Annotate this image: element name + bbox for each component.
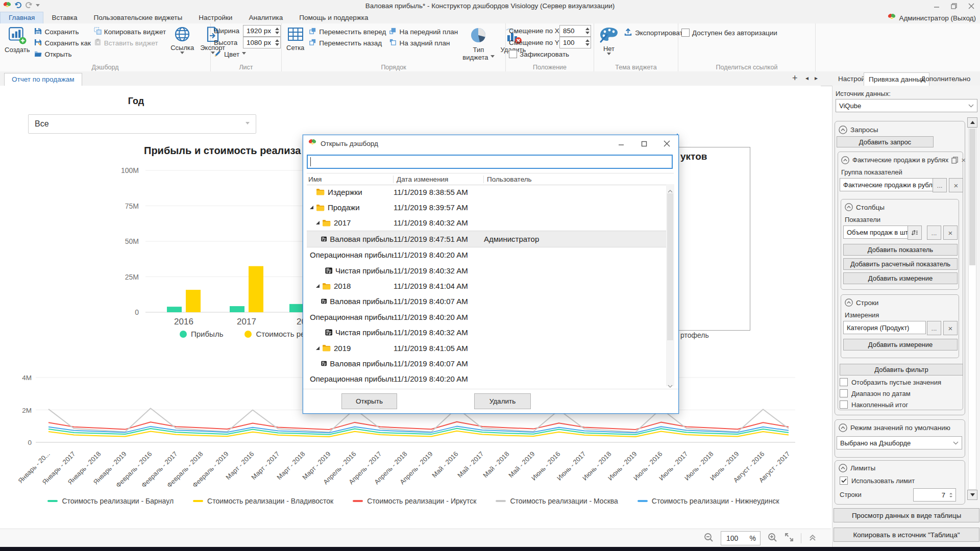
line-legend-item[interactable]: Стоимость реализации - Москва xyxy=(496,497,618,505)
redo-icon[interactable] xyxy=(25,2,33,11)
copy-widget-button[interactable]: Копировать виджет xyxy=(94,27,166,37)
dialog-minimize-button[interactable] xyxy=(609,135,632,152)
column-header-date[interactable]: Дата изменения xyxy=(394,176,484,183)
measure-browse-button[interactable]: ... xyxy=(927,226,941,240)
window-minimize-button[interactable] xyxy=(928,0,945,12)
dialog-open-button[interactable]: Открыть xyxy=(341,393,397,409)
dialog-delete-button[interactable]: Удалить xyxy=(474,393,531,409)
panel-tab-additional[interactable]: Дополнительно xyxy=(916,73,975,85)
user-account[interactable]: Администратор (Выход) xyxy=(888,12,976,23)
line-legend-item[interactable]: Стоимость реализации - Нижнеудинск xyxy=(638,497,779,505)
tree-row-folder[interactable]: 201811/1/2019 8:41:04 AM xyxy=(307,278,666,293)
move-forward-button[interactable]: Переместить вперед xyxy=(309,27,386,37)
tree-row-dashboard[interactable]: Операционная прибыль11/1/2019 8:40:20 AM xyxy=(307,247,666,263)
tree-row-dashboard[interactable]: Операционная прибыль11/1/2019 8:40:20 AM xyxy=(307,309,666,324)
quick-access-caret-icon[interactable] xyxy=(36,4,40,9)
sheet-next-icon[interactable]: ▸ xyxy=(815,74,818,82)
copy-query-icon[interactable] xyxy=(951,157,958,164)
add-filter-button[interactable]: Добавить фильтр xyxy=(840,364,963,375)
add-measure-button[interactable]: Добавить показатель xyxy=(843,244,958,256)
zoom-in-icon[interactable] xyxy=(768,533,777,544)
measure-group-clear-button[interactable]: × xyxy=(949,178,963,192)
dialog-maximize-button[interactable] xyxy=(632,135,655,152)
dimension-input[interactable]: Категория (Продукт) xyxy=(843,321,926,334)
tree-expander-icon[interactable] xyxy=(315,284,320,288)
measure-clear-button[interactable]: × xyxy=(943,226,958,240)
limits-header[interactable]: Лимиты xyxy=(839,464,875,472)
add-dimension-row-button[interactable]: Добавить измерение xyxy=(843,339,958,350)
queries-section-header[interactable]: Запросы xyxy=(839,126,878,134)
ribbon-tab-analitika[interactable]: Аналитика xyxy=(240,12,291,23)
create-button[interactable]: Создать xyxy=(3,26,31,54)
limit-rows-spinner[interactable]: 7 xyxy=(913,488,956,502)
bar-legend-item[interactable]: Прибыль xyxy=(180,330,223,338)
panel-scroll-down-button[interactable] xyxy=(967,490,977,500)
save-as-button[interactable]: Сохранить как xyxy=(34,38,90,48)
undo-icon[interactable] xyxy=(14,2,22,11)
export-theme-button[interactable]: Экспортировать xyxy=(624,28,687,38)
add-sheet-icon[interactable]: + xyxy=(792,73,798,84)
add-calc-measure-button[interactable]: Добавить расчетный показатель xyxy=(843,258,958,270)
link-button[interactable]: Ссылка xyxy=(169,26,195,57)
rows-header[interactable]: Строки xyxy=(845,298,878,307)
date-range-checkbox[interactable]: Диапазон по датам xyxy=(840,389,911,397)
columns-header[interactable]: Столбцы xyxy=(845,203,885,211)
collapse-up-icon[interactable] xyxy=(808,533,817,543)
grid-button[interactable]: Сетка xyxy=(285,26,306,52)
column-header-user[interactable]: Пользователь xyxy=(484,176,674,183)
sheet-height-input[interactable] xyxy=(243,37,274,47)
default-mode-select[interactable]: Выбрано на Дэшборде xyxy=(837,436,962,449)
year-filter-dropdown[interactable]: Все xyxy=(28,114,256,134)
ribbon-tab-glavnaya[interactable]: Главная xyxy=(0,12,43,23)
sheet-width-input[interactable] xyxy=(243,26,274,36)
window-restore-button[interactable] xyxy=(945,0,963,12)
running-total-checkbox[interactable]: Накопленный итог xyxy=(840,400,908,409)
lock-checkbox[interactable]: Зафиксировать xyxy=(509,49,569,59)
panel-scroll-up-button[interactable] xyxy=(967,117,977,128)
no-auth-checkbox[interactable]: Доступен без авторизации xyxy=(681,28,777,38)
tree-expander-icon[interactable] xyxy=(315,220,320,225)
tree-row-folder[interactable]: Издержки11/1/2019 8:38:55 AM xyxy=(307,184,666,199)
query-header[interactable]: Фактические продажи в рублях × xyxy=(841,156,966,164)
panel-scrollbar-thumb[interactable] xyxy=(969,129,975,265)
move-backward-button[interactable]: Переместить назад xyxy=(309,38,386,48)
tree-row-dashboard[interactable]: Валовая прибыль11/1/2019 8:40:07 AM xyxy=(307,294,666,309)
open-button[interactable]: Открыть xyxy=(34,49,90,59)
fit-screen-icon[interactable] xyxy=(785,533,794,544)
dialog-search-input[interactable] xyxy=(307,155,673,169)
default-mode-header[interactable]: Режим значений по умолчанию xyxy=(839,423,950,432)
offset-x-spinner[interactable] xyxy=(585,26,590,36)
tree-row-dashboard[interactable]: Чистая прибыль11/1/2019 8:40:32 AM xyxy=(307,263,666,278)
copy-to-table-source-button[interactable]: Копировать в источник "Таблица" xyxy=(834,528,979,542)
widget-theme-button[interactable]: Нет xyxy=(597,26,621,58)
tree-row-dashboard[interactable]: Валовая прибыль11/1/2019 8:47:51 AMАдмин… xyxy=(307,231,666,247)
dialog-search-field[interactable] xyxy=(311,157,672,166)
data-source-select[interactable]: ViQube xyxy=(836,99,977,112)
line-legend-item[interactable]: Стоимость реализации - Барнаул xyxy=(47,497,174,505)
width-spinner[interactable] xyxy=(275,26,279,36)
dialog-close-button[interactable] xyxy=(655,135,678,152)
height-spinner[interactable] xyxy=(275,37,279,48)
dimension-clear-button[interactable]: × xyxy=(943,321,958,335)
to-front-button[interactable]: На передний план xyxy=(389,27,458,37)
add-dimension-column-button[interactable]: Добавить измерение xyxy=(843,272,958,284)
tree-row-folder[interactable]: Продажи11/1/2019 8:39:57 AM xyxy=(307,199,666,215)
ribbon-tab-custom-widgets[interactable]: Пользовательские виджеты xyxy=(86,12,191,23)
sheet-tab-report[interactable]: Отчет по продажам xyxy=(4,73,82,86)
tree-row-folder[interactable]: 201911/1/2019 8:41:05 AM xyxy=(307,340,666,356)
sheet-prev-icon[interactable]: ◂ xyxy=(805,74,808,82)
widget-type-button[interactable]: Тип виджета xyxy=(461,26,496,62)
covered-widget-box[interactable] xyxy=(678,147,750,331)
measure-group-input[interactable]: Фактические продажи в рублях xyxy=(840,178,936,191)
use-limit-checkbox[interactable]: Использовать лимит xyxy=(840,477,915,485)
view-data-table-button[interactable]: Просмотр данных в виде таблицы xyxy=(834,508,979,522)
color-button[interactable]: Цвет xyxy=(214,49,246,59)
zoom-value-input[interactable] xyxy=(725,534,742,543)
add-query-button[interactable]: Добавить запрос xyxy=(837,136,934,147)
ribbon-tab-help[interactable]: Помощь и поддержка xyxy=(291,12,376,23)
zoom-out-icon[interactable] xyxy=(704,533,714,544)
limit-rows-spin-icons[interactable] xyxy=(949,491,952,499)
dialog-title-bar[interactable]: Открыть дэшборд xyxy=(303,135,678,152)
dialog-scrollbar-thumb[interactable] xyxy=(667,193,673,340)
show-empty-checkbox[interactable]: Отобразить пустые значения xyxy=(840,378,941,386)
